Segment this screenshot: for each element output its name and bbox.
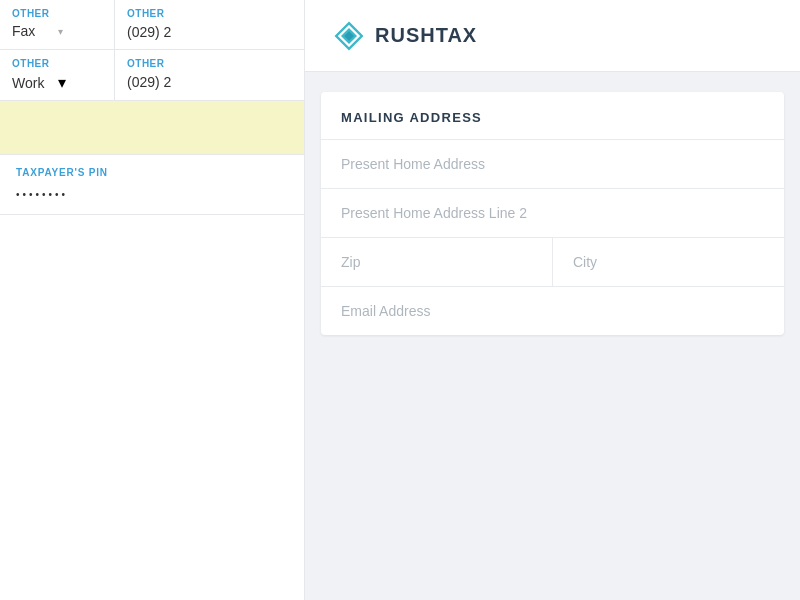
taxpayer-pin-value: •••••••• (16, 189, 68, 200)
mailing-address-card: MAILING ADDRESS (321, 92, 784, 335)
phone-type-select-work[interactable]: Work Fax Mobile Home (12, 75, 54, 91)
left-panel: OTHER Fax Mobile Home Work ▾ OTHER (029)… (0, 0, 305, 600)
rushtax-logo-icon (333, 20, 365, 52)
logo: RUSHTAX (333, 20, 477, 52)
address-line2-field[interactable] (321, 188, 784, 237)
phone-other-label-1: OTHER (12, 8, 102, 19)
email-field[interactable] (321, 286, 784, 335)
address-line1-input[interactable] (341, 156, 764, 172)
zip-field[interactable] (321, 238, 553, 286)
phone-number-col-fax: OTHER (029) 2 (115, 0, 304, 49)
taxpayer-pin-section: TAXPAYER'S PIN •••••••• (0, 155, 304, 215)
right-panel: RUSHTAX MAILING ADDRESS (305, 0, 800, 600)
phone-number-work: (029) 2 (127, 74, 171, 90)
phone-row-work: OTHER Work Fax Mobile Home ▾ OTHER (029)… (0, 50, 304, 101)
phone-row-fax: OTHER Fax Mobile Home Work ▾ OTHER (029)… (0, 0, 304, 50)
address-line2-input[interactable] (341, 205, 764, 221)
zip-input[interactable] (341, 254, 532, 270)
phone-other-label-3: OTHER (12, 58, 102, 69)
phone-type-col-fax: OTHER Fax Mobile Home Work ▾ (0, 0, 115, 49)
phone-number-fax: (029) 2 (127, 24, 171, 40)
city-input[interactable] (573, 254, 764, 270)
phone-type-select-fax[interactable]: Fax Mobile Home Work (12, 23, 54, 39)
taxpayer-pin-label: TAXPAYER'S PIN (16, 167, 288, 178)
email-input[interactable] (341, 303, 764, 319)
address-line1-field[interactable] (321, 139, 784, 188)
phone-type-col-work: OTHER Work Fax Mobile Home ▾ (0, 50, 115, 100)
phone-other-label-4: OTHER (127, 58, 292, 69)
yellow-highlight-row (0, 101, 304, 155)
phone-number-col-work: OTHER (029) 2 (115, 50, 304, 100)
header-bar: RUSHTAX (305, 0, 800, 72)
mailing-address-title: MAILING ADDRESS (321, 92, 784, 139)
zip-city-row (321, 237, 784, 286)
phone-other-label-2: OTHER (127, 8, 292, 19)
city-field[interactable] (553, 238, 784, 286)
chevron-down-icon: ▾ (58, 26, 63, 37)
brand-name: RUSHTAX (375, 24, 477, 47)
chevron-down-icon-2: ▾ (58, 73, 66, 92)
